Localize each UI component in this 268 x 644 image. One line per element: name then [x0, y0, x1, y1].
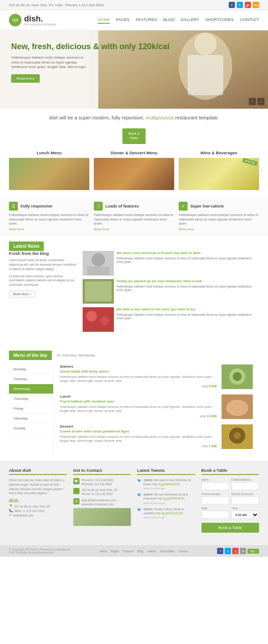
footer-tweets-title: Latest Tweets — [137, 468, 195, 475]
tweet-1-content: @dish: We have a new chiefcook on board:… — [143, 478, 195, 490]
menu-card-wine: Wine & Beverages SPECIAL — [179, 150, 259, 190]
motd-category-dessert: Dessert — [60, 424, 217, 428]
latest-news-header: Latest News — [0, 236, 268, 251]
motd-dessert-desc: Pellentesque habitant morbi tristique se… — [60, 435, 217, 443]
book-phone-label: Phone number — [201, 492, 229, 496]
motd-section: Menu of the day 13. February, Wendsday M… — [0, 351, 268, 461]
footer-fb-icon[interactable]: f — [217, 548, 223, 554]
hero-section: New, fresh, delicious & with only 120k/c… — [0, 30, 268, 109]
dinner-menu-image — [94, 158, 174, 190]
tweet-2: 🐦 @dish: We are nominated as best restau… — [137, 492, 195, 504]
top-link-button[interactable]: Top ↑ — [247, 549, 259, 554]
footer-nav-features[interactable]: Features — [122, 550, 134, 553]
motd-dessert-name: Creme brulee with cacao powdered figes — [60, 429, 217, 433]
book-date-label: Date — [201, 507, 229, 510]
logo-icon: 🍽 — [9, 14, 21, 26]
nav-home[interactable]: HOME — [98, 17, 110, 24]
nav-pages[interactable]: PAGES — [116, 17, 130, 24]
contact-web-text: hello@dish-restaurant.comwww.dish-restau… — [82, 498, 117, 506]
feature-read-more[interactable]: Read more — [9, 228, 89, 231]
feature-title: Fully responsive — [21, 204, 52, 208]
footer-nav-home[interactable]: Home — [99, 550, 107, 553]
footer-gp-icon[interactable]: g — [232, 548, 239, 554]
footer-tw-icon[interactable]: t — [225, 548, 231, 554]
book-phone-input[interactable] — [201, 496, 229, 504]
footer-grid: About dish Donec sed odio dui. Nulla vit… — [9, 468, 259, 533]
contact-address-text: 331 W 4th St, New York, NYPhone +1 212-2… — [82, 488, 118, 496]
footer-contact: Get in Contact ☎ Phone#1 +212-242-9502Ph… — [73, 468, 131, 533]
book-time-select[interactable]: 9:00 AM 10:00 AM 12:00 PM 7:00 PM — [231, 511, 259, 519]
book-guests-input[interactable] — [231, 496, 259, 504]
feature-lowcal: ≡ Super low-calorie Pellentesque habitan… — [179, 202, 259, 231]
motd-category-starters: Starters — [60, 364, 217, 369]
footer-nav-shortcodes[interactable]: Shortcodes — [160, 550, 175, 553]
footer-nav-galerie[interactable]: Galerie — [147, 550, 156, 553]
feature-read-more-3[interactable]: Read more — [179, 228, 259, 231]
motd-monday[interactable]: Monday — [9, 364, 53, 374]
copyright-text: © Copyright 2013 dish | Powered by Wordp… — [9, 548, 70, 551]
logo-name: dish. — [24, 14, 43, 23]
news-card-content-2: Finally we opened up our new restaurant.… — [117, 279, 259, 304]
news-card-content-1: We have a new chefcook on board! Say hel… — [117, 251, 259, 275]
book-submit-button[interactable]: Book a Table — [201, 523, 260, 533]
book-email-input[interactable] — [231, 482, 259, 490]
news-thumb-1 — [83, 251, 114, 275]
svg-rect-8 — [85, 281, 112, 301]
motd-title-bar: Menu of the day — [9, 351, 52, 360]
twitter-icon[interactable]: t — [237, 2, 243, 8]
footer-nav-contact[interactable]: Contact — [178, 550, 188, 553]
special-badge: SPECIAL — [242, 158, 258, 166]
lunch-menu-title: Lunch Menu — [9, 150, 89, 155]
menu-next-arrow[interactable]: › — [261, 167, 263, 173]
motd-wendsday[interactable]: Wendsday — [9, 384, 53, 394]
motd-tuesday[interactable]: Tuesday — [9, 374, 53, 384]
news-card-title-2[interactable]: Finally we opened up our new restaurant.… — [117, 279, 259, 284]
nav-blog[interactable]: BLOG — [163, 17, 174, 24]
hero-title: New, fresh, delicious & with only 120k/c… — [11, 42, 257, 52]
book-time-label: Time — [231, 507, 259, 510]
news-card-title-1[interactable]: We have a new chefcook on board! Say hel… — [117, 251, 259, 255]
footer-other-icon[interactable]: in — [240, 548, 246, 554]
motd-thursday[interactable]: Thursday — [9, 394, 53, 404]
motd-item-starters: Starters Greek salad with tasty olives P… — [60, 364, 253, 389]
book-table-hero-button[interactable]: Book aTable — [122, 128, 146, 144]
footer-nav-blog[interactable]: Blog — [138, 550, 143, 553]
hero-description: Pellentesque habitant morbi tristique se… — [11, 55, 87, 70]
news-read-more-button[interactable]: Read More + — [9, 291, 35, 297]
footer-about: About dish Donec sed odio dui. Nulla vit… — [9, 468, 67, 533]
book-date-input[interactable] — [201, 511, 229, 519]
tweet-icon-3: 🐦 — [137, 508, 142, 519]
feature-read-more-2[interactable]: Read more — [94, 228, 174, 231]
nav-shortcodes[interactable]: SHORTCODES — [205, 17, 234, 24]
contact-web-icon: ✉ — [73, 498, 80, 504]
nav-features[interactable]: FEATURES — [136, 17, 157, 24]
footer-nav-pages[interactable]: Pages — [111, 550, 119, 553]
header: 🍽 dish. the restaurant template HOME PAG… — [0, 10, 268, 30]
hero-next-button[interactable]: › — [257, 98, 264, 105]
news-thumb-3 — [83, 307, 114, 332]
svg-rect-6 — [87, 267, 109, 275]
nav-contact[interactable]: CONTACT — [240, 17, 259, 24]
hero-prev-button[interactable]: ‹ — [249, 98, 256, 105]
news-card-2: Finally we opened up our new restaurant.… — [83, 279, 259, 304]
motd-friday[interactable]: Friday — [9, 404, 53, 414]
footer-about-text: Donec sed odio dui. Nulla vitae elit lib… — [9, 478, 67, 496]
news-card-title-3[interactable]: We have a new salad on the card, you hav… — [117, 307, 259, 312]
hero-read-more-button[interactable]: Read More — [11, 74, 40, 83]
footer: About dish Donec sed odio dui. Nulla vit… — [0, 461, 268, 545]
motd-saturday[interactable]: Saturday — [9, 414, 53, 424]
motd-sunday[interactable]: Sunday — [9, 424, 53, 433]
features-section: ☰ Fully responsive Pellentesque habitant… — [0, 196, 268, 236]
nav-gallery[interactable]: GALLERY — [180, 17, 199, 24]
book-table-center: Book aTable — [0, 128, 268, 144]
book-name-input[interactable] — [201, 482, 229, 490]
footer-brand: dish. — [9, 498, 67, 503]
googleplus-icon[interactable]: g+ — [245, 2, 251, 8]
svg-point-5 — [92, 253, 105, 267]
top-bar: 331 W 4th St, New York, NY, USA Phone# 1… — [0, 0, 268, 10]
motd-lunch-price: only 11,99€ — [60, 414, 217, 418]
intro-highlight: multipurpose — [146, 115, 174, 120]
facebook-icon[interactable]: f — [229, 2, 235, 8]
rss-icon[interactable]: rss — [253, 2, 259, 8]
footer-contact-title: Get in Contact — [73, 468, 131, 475]
